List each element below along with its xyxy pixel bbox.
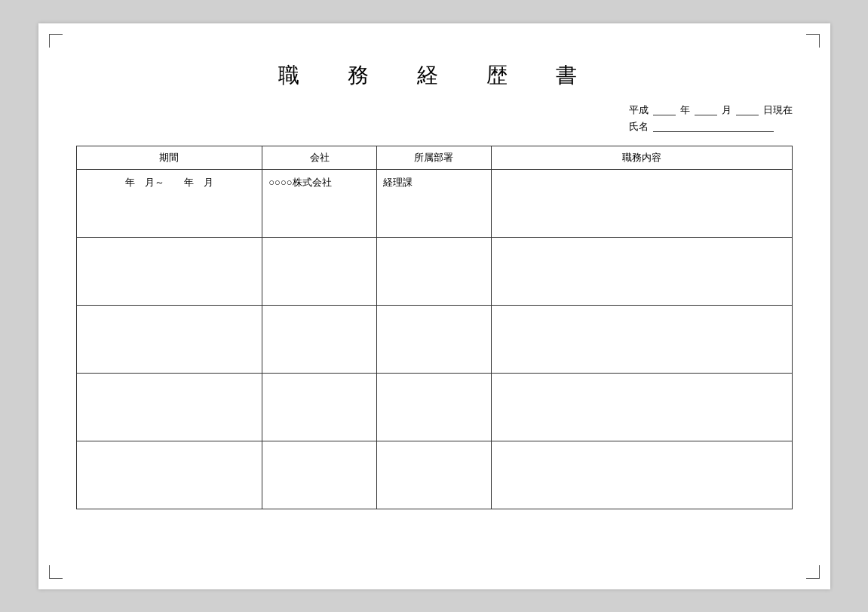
cell-department xyxy=(377,305,492,373)
era-label: 平成 xyxy=(629,103,649,117)
name-blank xyxy=(653,121,774,132)
corner-mark-bl xyxy=(49,565,63,579)
month-label: 月 xyxy=(722,103,732,117)
name-line: 氏名 xyxy=(629,120,774,134)
cell-department xyxy=(377,373,492,441)
header-period: 期間 xyxy=(76,146,262,169)
date-line: 平成 年 月 日現在 xyxy=(629,103,793,117)
resume-table: 期間 会社 所属部署 職務内容 年 月～ 年 月○○○○株式会社経理課 xyxy=(76,146,793,509)
corner-mark-br xyxy=(806,565,820,579)
table-row xyxy=(76,441,792,509)
cell-department: 経理課 xyxy=(377,169,492,237)
cell-duties xyxy=(491,441,792,509)
corner-mark-tl xyxy=(49,34,63,48)
table-row xyxy=(76,373,792,441)
table-row xyxy=(76,237,792,305)
header-duties: 職務内容 xyxy=(491,146,792,169)
page-title: 職 務 経 歴 書 xyxy=(76,61,793,90)
cell-duties xyxy=(491,305,792,373)
cell-duties xyxy=(491,373,792,441)
cell-period xyxy=(76,237,262,305)
meta-lines: 平成 年 月 日現在 氏名 xyxy=(629,103,793,134)
document-page: 職 務 経 歴 書 平成 年 月 日現在 氏名 xyxy=(38,23,830,589)
cell-company xyxy=(262,373,377,441)
cell-company xyxy=(262,237,377,305)
header-department: 所属部署 xyxy=(377,146,492,169)
cell-department xyxy=(377,237,492,305)
cell-period xyxy=(76,305,262,373)
year-blank xyxy=(653,105,676,115)
cell-period: 年 月～ 年 月 xyxy=(76,169,262,237)
meta-area: 平成 年 月 日現在 氏名 xyxy=(76,103,793,134)
table-row: 年 月～ 年 月○○○○株式会社経理課 xyxy=(76,169,792,237)
cell-period xyxy=(76,441,262,509)
name-label: 氏名 xyxy=(629,120,649,134)
cell-duties xyxy=(491,169,792,237)
table-header-row: 期間 会社 所属部署 職務内容 xyxy=(76,146,792,169)
cell-company xyxy=(262,441,377,509)
cell-period xyxy=(76,373,262,441)
month-blank xyxy=(695,105,717,115)
day-blank xyxy=(736,105,759,115)
cell-company xyxy=(262,305,377,373)
cell-department xyxy=(377,441,492,509)
day-suffix: 日現在 xyxy=(763,103,793,117)
corner-mark-tr xyxy=(806,34,820,48)
cell-duties xyxy=(491,237,792,305)
year-label: 年 xyxy=(680,103,690,117)
table-row xyxy=(76,305,792,373)
header-company: 会社 xyxy=(262,146,377,169)
cell-company: ○○○○株式会社 xyxy=(262,169,377,237)
